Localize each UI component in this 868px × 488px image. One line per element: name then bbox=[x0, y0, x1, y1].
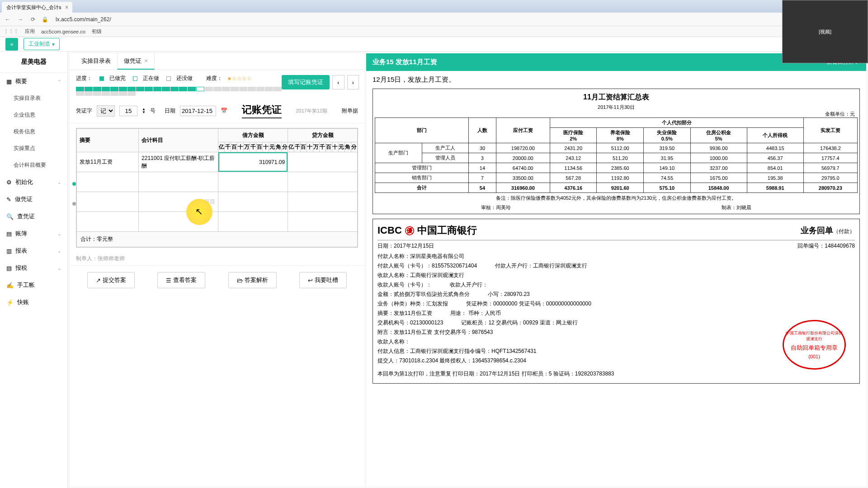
sidebar-sub-key[interactable]: 实操重点 bbox=[0, 140, 67, 157]
total-row: 合计：零元整 bbox=[77, 232, 358, 247]
sidebar-sub-subject[interactable]: 会计科目概要 bbox=[0, 157, 67, 174]
sidebar-item-overview[interactable]: ▦概要⌃ bbox=[0, 73, 67, 90]
star-icon: ★☆☆☆☆ bbox=[227, 75, 252, 82]
num-suffix: 号 bbox=[150, 107, 156, 115]
sidebar-item-init[interactable]: ⚙初始化⌄ bbox=[0, 174, 67, 191]
difficulty-label: 难度： bbox=[206, 75, 222, 82]
progress-label: 进度： bbox=[76, 75, 92, 82]
maker-info: 制单人：张师师老师 bbox=[70, 252, 364, 265]
browser-tab[interactable]: 会计学堂实操中心_会计s × bbox=[2, 2, 72, 13]
search-icon: 🔍 bbox=[6, 213, 14, 220]
sidebar-item-report[interactable]: ▥报表⌄ bbox=[0, 242, 67, 259]
video-overlay[interactable]: [视频] bbox=[782, 0, 868, 63]
debit-cell-active[interactable]: 310971.09 bbox=[218, 152, 288, 172]
summary-cell[interactable] bbox=[77, 212, 139, 232]
col-account: 会计科目 bbox=[139, 129, 218, 152]
table-row-total: 合计54316960.004376.169201.60575.1015848.0… bbox=[375, 183, 858, 193]
collapse-sidebar-button[interactable]: « bbox=[5, 38, 18, 51]
bookmark-item[interactable]: 初级 bbox=[92, 28, 102, 35]
url-input[interactable]: lx.acc5.com/main_262/ bbox=[53, 15, 234, 24]
view-answer-button[interactable]: ☰查看答案 bbox=[157, 272, 205, 288]
credit-cell[interactable] bbox=[288, 172, 358, 192]
dropdown-label: 工业制造 bbox=[28, 40, 50, 48]
tax-icon: ▧ bbox=[6, 265, 12, 272]
chevron-down-icon: ▾ bbox=[52, 41, 55, 47]
sidebar-item-ledger[interactable]: ▤账簿⌄ bbox=[0, 225, 67, 242]
sidebar-item-quick[interactable]: ⚡快账 bbox=[0, 294, 67, 311]
apps-icon[interactable]: ⋮⋮⋮ bbox=[4, 28, 19, 34]
voucher-number-input[interactable] bbox=[119, 106, 137, 116]
submit-button[interactable]: ↗提交答案 bbox=[87, 272, 135, 288]
table-row: 销售部门733500.00567.281192.8074.551675.0019… bbox=[375, 173, 858, 183]
chevron-down-icon: ⌄ bbox=[57, 266, 61, 271]
sidebar-item-manual[interactable]: ✍手工帐 bbox=[0, 277, 67, 294]
summary-cell[interactable] bbox=[77, 192, 139, 212]
bookmark-item[interactable]: acc5com.gensee.co bbox=[41, 29, 85, 34]
sidebar-item-voucher[interactable]: ✎做凭证 bbox=[0, 191, 67, 208]
attach-label: 附单据 bbox=[342, 107, 358, 115]
prefix-label: 凭证字 bbox=[76, 107, 92, 115]
brand-title: 星美电器 bbox=[0, 52, 67, 73]
stepper-down[interactable]: ▼ bbox=[142, 111, 146, 114]
account-cell[interactable] bbox=[139, 212, 218, 232]
fill-voucher-button[interactable]: 填写记账凭证 bbox=[282, 75, 330, 89]
legend-pending-icon bbox=[166, 76, 171, 81]
table-row: 管理部门1464740.001134.562385.60149.103237.0… bbox=[375, 163, 858, 173]
col-debit: 借方金额 bbox=[218, 129, 288, 142]
analyze-button[interactable]: 🗁答案解析 bbox=[228, 272, 277, 288]
stamp-seal: 中国工商银行股份有限公司深圳观澜支行 自助回单箱专用章 (001) bbox=[783, 320, 846, 370]
voucher-title: 记账凭证 bbox=[242, 103, 282, 118]
sidebar-item-filetax[interactable]: ▧报税⌄ bbox=[0, 259, 67, 277]
report-icon: ▥ bbox=[6, 248, 12, 254]
tab-catalog[interactable]: 实操目录表 bbox=[75, 53, 118, 70]
sidebar-item-query[interactable]: 🔍查凭证 bbox=[0, 208, 67, 225]
sidebar-sub-tax[interactable]: 税务信息 bbox=[0, 123, 67, 140]
table-row: 管理人员320000.00243.12511.2031.951000.00456… bbox=[375, 153, 858, 163]
legend-done-icon bbox=[99, 76, 104, 81]
reload-icon[interactable]: ⟳ bbox=[29, 15, 37, 23]
calendar-icon[interactable]: 📅 bbox=[221, 108, 227, 114]
credit-cell[interactable] bbox=[288, 212, 358, 232]
close-icon[interactable]: × bbox=[144, 57, 148, 64]
list-icon: ☰ bbox=[166, 277, 171, 284]
credit-cell[interactable] bbox=[288, 152, 358, 172]
credit-cell[interactable] bbox=[288, 192, 358, 212]
bookmark-item[interactable]: 应用 bbox=[25, 28, 35, 35]
account-cell[interactable]: 科目 bbox=[139, 192, 218, 212]
next-button[interactable]: › bbox=[347, 75, 359, 89]
summary-cell[interactable] bbox=[77, 172, 139, 192]
reply-icon: ↩ bbox=[308, 277, 313, 284]
date-input[interactable] bbox=[180, 106, 216, 116]
grid-icon: ▦ bbox=[6, 78, 12, 85]
date-label: 日期 bbox=[165, 107, 175, 115]
lock-icon: 🔒 bbox=[42, 16, 48, 23]
industry-dropdown[interactable]: 工业制造 ▾ bbox=[24, 38, 60, 50]
close-icon[interactable]: × bbox=[65, 4, 68, 11]
feedback-button[interactable]: ↩我要吐槽 bbox=[299, 272, 347, 288]
account-cell[interactable]: 2211001 应付职工薪酬-职工薪酬 bbox=[139, 152, 218, 172]
back-icon[interactable]: ← bbox=[4, 15, 12, 23]
table-row: 生产部门生产工人30198720.002431.205112.00319.509… bbox=[375, 143, 858, 153]
bank-receipt-doc: ICBC ㊝ 中国工商银行 业务回单（付款） 日期：2017年12月15日回单编… bbox=[373, 219, 860, 384]
debit-cell[interactable] bbox=[218, 192, 288, 212]
prefix-select[interactable]: 记 bbox=[97, 105, 115, 117]
tab-title: 会计学堂实操中心_会计s bbox=[6, 4, 61, 11]
task-title: 业务15 发放11月工资 bbox=[373, 58, 437, 66]
salary-summary-doc: 11月工资结算汇总表 2017年11月30日 金额单位：元 部门 人数 应付工资… bbox=[373, 89, 860, 214]
summary-cell[interactable]: 发放11月工资 bbox=[77, 152, 139, 172]
task-description: 12月15日，发放上月工资。 bbox=[366, 71, 866, 89]
debit-cell[interactable] bbox=[218, 172, 288, 192]
period-label: 2017年第12期 bbox=[296, 108, 327, 114]
chevron-up-icon: ⌃ bbox=[57, 79, 61, 84]
debit-cell[interactable] bbox=[218, 212, 288, 232]
sidebar-sub-company[interactable]: 企业信息 bbox=[0, 107, 67, 123]
prev-button[interactable]: ‹ bbox=[332, 75, 344, 89]
icbc-logo: ICBC ㊝ 中国工商银行 bbox=[377, 224, 477, 237]
chevron-down-icon: ⌄ bbox=[57, 231, 61, 236]
pencil-icon: ✎ bbox=[6, 196, 11, 203]
sidebar: 星美电器 ▦概要⌃ 实操目录表 企业信息 税务信息 实操重点 会计科目概要 ⚙初… bbox=[0, 52, 68, 488]
forward-icon[interactable]: → bbox=[16, 15, 24, 23]
sidebar-sub-catalog[interactable]: 实操目录表 bbox=[0, 90, 67, 107]
account-cell[interactable] bbox=[139, 172, 218, 192]
tab-voucher[interactable]: 做凭证× bbox=[118, 53, 155, 70]
